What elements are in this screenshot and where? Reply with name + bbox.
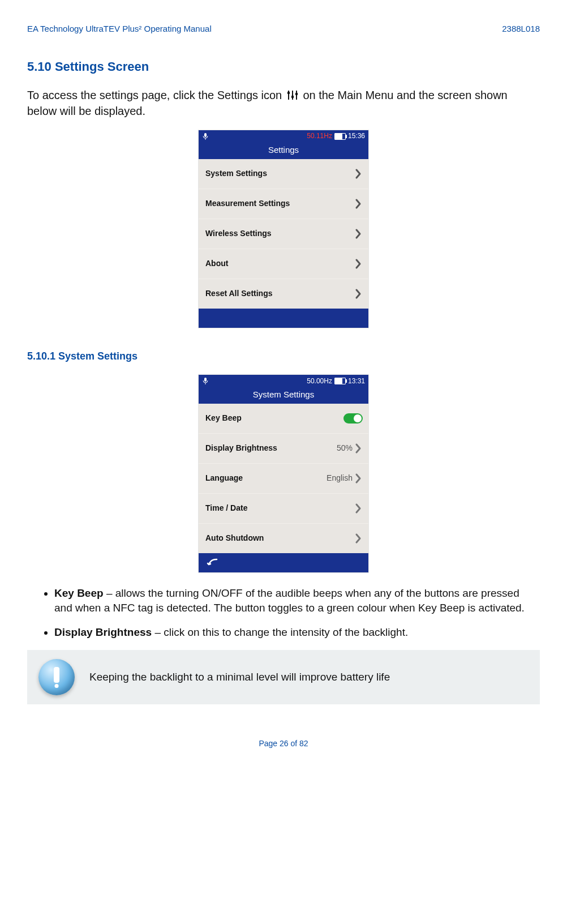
mic-icon: [202, 377, 209, 385]
row-label: Wireless Settings: [205, 228, 272, 239]
row-label: Key Beep: [205, 413, 242, 424]
row-label: Reset All Settings: [205, 288, 273, 300]
row-system-settings[interactable]: System Settings: [199, 159, 368, 189]
chevron-right-icon: [355, 288, 363, 300]
status-bar: 50.11Hz 15:36: [199, 130, 368, 143]
device-footer-back[interactable]: [199, 553, 368, 572]
intro-paragraph: To access the settings page, click the S…: [27, 87, 540, 119]
row-label: Display Brightness: [205, 443, 277, 454]
row-label: About: [205, 258, 228, 270]
intro-prefix: To access the settings page, click the S…: [27, 89, 285, 101]
svg-rect-3: [287, 92, 290, 94]
doc-header-left: EA Technology UltraTEV Plus² Operating M…: [27, 23, 212, 35]
row-key-beep[interactable]: Key Beep: [199, 404, 368, 434]
bullet-list: Key Beep – allows the turning ON/OFF of …: [27, 586, 540, 640]
row-measurement-settings[interactable]: Measurement Settings: [199, 189, 368, 219]
row-label: Language: [205, 473, 243, 484]
row-reset-all[interactable]: Reset All Settings: [199, 279, 368, 309]
row-time-date[interactable]: Time / Date: [199, 494, 368, 524]
bullet-display-brightness: Display Brightness – click on this to ch…: [54, 625, 540, 640]
note-text: Keeping the backlight to a minimal level…: [89, 670, 390, 685]
battery-icon: [334, 133, 346, 140]
back-arrow-icon: [207, 558, 219, 568]
row-label: System Settings: [205, 168, 267, 179]
settings-list: System Settings Measurement Settings Wir…: [199, 159, 368, 309]
bullet-text: – click on this to change the intensity …: [152, 626, 408, 638]
chevron-right-icon: [355, 473, 363, 484]
doc-header: EA Technology UltraTEV Plus² Operating M…: [27, 23, 540, 35]
screen-title: Settings: [199, 143, 368, 159]
bullet-bold: Key Beep: [54, 587, 104, 599]
device-footer: [199, 309, 368, 328]
system-settings-device-screenshot: 50.00Hz 13:31 System Settings Key Beep D…: [199, 375, 368, 572]
settings-device-screenshot: 50.11Hz 15:36 Settings System Settings M…: [199, 130, 368, 328]
bullet-key-beep: Key Beep – allows the turning ON/OFF of …: [54, 586, 540, 616]
chevron-right-icon: [355, 168, 363, 179]
chevron-right-icon: [355, 443, 363, 454]
svg-rect-5: [295, 93, 298, 95]
section-5-10-heading: 5.10 Settings Screen: [27, 58, 540, 76]
row-label: Time / Date: [205, 503, 247, 514]
chevron-right-icon: [355, 198, 363, 209]
row-value: 50%: [337, 443, 353, 454]
svg-rect-6: [204, 133, 207, 137]
chevron-right-icon: [355, 228, 363, 239]
page-footer: Page 26 of 82: [27, 738, 540, 750]
row-value: English: [327, 473, 353, 484]
battery-icon: [334, 378, 346, 384]
section-5-10-1-heading: 5.10.1 System Settings: [27, 349, 540, 363]
bullet-text: – allows the turning ON/OFF of the audib…: [54, 587, 525, 614]
chevron-right-icon: [355, 258, 363, 270]
svg-rect-8: [204, 378, 207, 382]
svg-rect-4: [291, 96, 294, 98]
row-language[interactable]: Language English: [199, 464, 368, 494]
settings-sliders-icon: [286, 89, 299, 101]
chevron-right-icon: [355, 503, 363, 514]
info-bulb-icon: [38, 659, 75, 695]
system-settings-list: Key Beep Display Brightness 50% Language…: [199, 404, 368, 553]
row-label: Measurement Settings: [205, 198, 290, 209]
frequency-value: 50.00Hz: [307, 377, 332, 386]
note-box: Keeping the backlight to a minimal level…: [27, 650, 540, 704]
frequency-value: 50.11Hz: [307, 131, 332, 141]
bullet-bold: Display Brightness: [54, 626, 152, 638]
clock-value: 15:36: [348, 131, 365, 141]
row-wireless-settings[interactable]: Wireless Settings: [199, 219, 368, 249]
mic-icon: [202, 132, 209, 140]
row-label: Auto Shutdown: [205, 533, 264, 544]
chevron-right-icon: [355, 533, 363, 544]
status-bar: 50.00Hz 13:31: [199, 375, 368, 387]
screen-title: System Settings: [199, 387, 368, 404]
row-display-brightness[interactable]: Display Brightness 50%: [199, 434, 368, 464]
doc-header-right: 2388L018: [502, 23, 540, 35]
toggle-on-icon[interactable]: [343, 413, 363, 424]
row-about[interactable]: About: [199, 249, 368, 279]
row-auto-shutdown[interactable]: Auto Shutdown: [199, 524, 368, 553]
clock-value: 13:31: [348, 377, 365, 386]
